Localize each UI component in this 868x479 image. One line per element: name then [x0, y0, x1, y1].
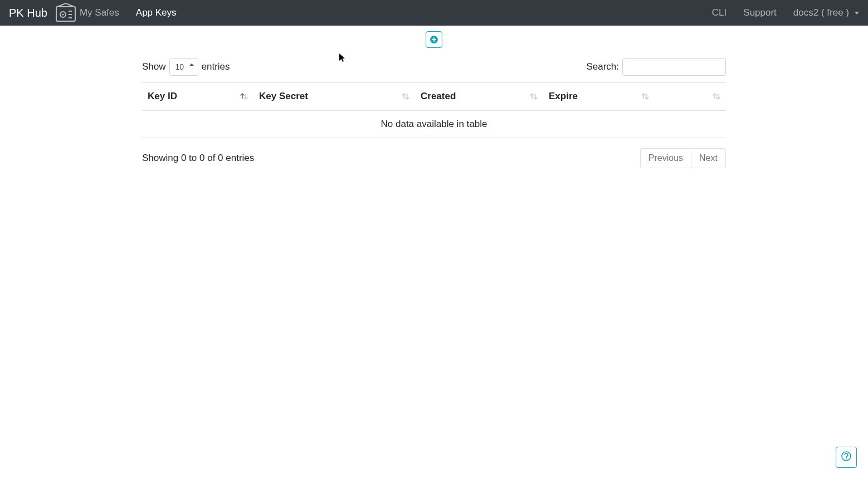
sort-both-icon: [402, 92, 409, 101]
nav-item-cli[interactable]: CLI: [712, 7, 726, 18]
search-control: Search:: [586, 58, 726, 76]
col-expire-label: Expire: [549, 91, 578, 101]
caret-down-icon: [855, 12, 859, 14]
sort-asc-icon: [240, 92, 248, 101]
table-info: Showing 0 to 0 of 0 entries: [142, 153, 254, 164]
col-created[interactable]: Created: [415, 83, 543, 111]
pagination: Previous Next: [640, 148, 726, 168]
col-expire[interactable]: Expire: [543, 83, 655, 111]
sort-both-icon: [641, 92, 649, 101]
help-button[interactable]: [836, 447, 857, 468]
sort-both-icon: [530, 92, 538, 101]
nav-item-support[interactable]: Support: [743, 7, 777, 18]
length-select[interactable]: 10: [169, 58, 198, 76]
add-key-button[interactable]: [426, 31, 442, 48]
datatable-bottom: Showing 0 to 0 of 0 entries Previous Nex…: [142, 148, 726, 168]
navbar: PK Hub My Safes App Keys CLI Support doc…: [0, 0, 868, 26]
col-created-label: Created: [421, 91, 456, 101]
nav-left: My Safes App Keys: [80, 7, 177, 18]
add-row: [142, 31, 726, 48]
length-control: Show 10 entries: [142, 58, 230, 76]
plus-circle-icon: [430, 35, 438, 44]
length-suffix: entries: [202, 61, 230, 72]
svg-marker-1: [57, 3, 74, 7]
next-button[interactable]: Next: [691, 148, 726, 168]
empty-message: No data available in table: [142, 110, 726, 138]
brand[interactable]: PK Hub: [9, 7, 47, 19]
safe-logo-icon: [55, 3, 76, 22]
svg-point-3: [62, 14, 64, 16]
main-container: Show 10 entries Search: Key ID: [142, 26, 726, 168]
datatable-top: Show 10 entries Search:: [142, 58, 726, 76]
prev-button[interactable]: Previous: [640, 148, 691, 168]
nav-user-dropdown[interactable]: docs2 ( free ): [793, 7, 859, 18]
col-key-id-label: Key ID: [148, 91, 177, 101]
search-label: Search:: [586, 61, 619, 72]
col-actions[interactable]: [655, 83, 726, 111]
table-empty-row: No data available in table: [142, 110, 726, 138]
length-prefix: Show: [142, 61, 166, 72]
nav-right: CLI Support docs2 ( free ): [712, 7, 859, 18]
svg-point-11: [846, 458, 847, 460]
nav-item-app-keys[interactable]: App Keys: [136, 7, 177, 18]
search-input[interactable]: [622, 58, 726, 76]
col-key-id[interactable]: Key ID: [142, 83, 253, 111]
sort-both-icon: [713, 92, 720, 101]
col-key-secret-label: Key Secret: [259, 91, 308, 101]
col-key-secret[interactable]: Key Secret: [253, 83, 415, 111]
nav-user-label: docs2 ( free ): [793, 7, 849, 18]
nav-item-my-safes[interactable]: My Safes: [80, 7, 119, 18]
question-circle-icon: [841, 451, 851, 463]
keys-table: Key ID Key Secret: [142, 82, 726, 138]
